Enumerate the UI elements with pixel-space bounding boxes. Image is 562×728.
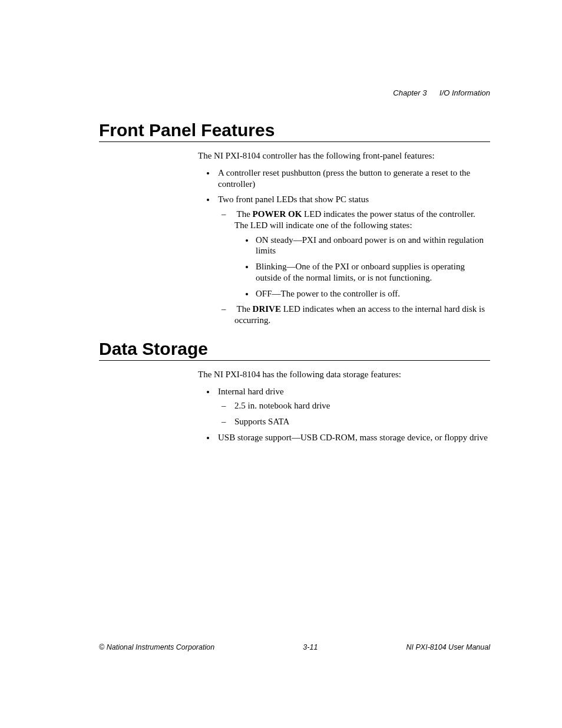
text-run: The <box>236 209 252 219</box>
section-data-storage: Data Storage The NI PXI-8104 has the fol… <box>99 339 490 443</box>
running-header: Chapter 3 I/O Information <box>393 88 490 97</box>
section-front-panel: Front Panel Features The NI PXI-8104 con… <box>99 120 490 326</box>
section-body: The NI PXI-8104 has the following data s… <box>198 369 490 443</box>
section-rule <box>99 141 490 142</box>
list-item: 2.5 in. notebook hard drive <box>234 400 490 411</box>
list-item: ON steady—PXI and onboard power is on an… <box>254 235 490 257</box>
list-item: Internal hard drive 2.5 in. notebook har… <box>216 386 490 427</box>
sub-list: 2.5 in. notebook hard drive Supports SAT… <box>218 400 490 427</box>
page-footer: © National Instruments Corporation 3-11 … <box>99 643 490 651</box>
list-item-text: Two front panel LEDs that show PC status <box>218 195 369 204</box>
list-item: Supports SATA <box>234 416 490 427</box>
list-item-text: Internal hard drive <box>218 387 284 396</box>
list-item: USB storage support—USB CD-ROM, mass sto… <box>216 432 490 443</box>
section-heading: Front Panel Features <box>99 120 490 140</box>
section-body: The NI PXI-8104 controller has the follo… <box>198 150 490 326</box>
list-item: Two front panel LEDs that show PC status… <box>216 194 490 326</box>
chapter-label: Chapter 3 <box>393 88 427 97</box>
list-item: OFF—The power to the controller is off. <box>254 288 490 299</box>
section-rule <box>99 360 490 361</box>
feature-list: A controller reset pushbutton (press the… <box>198 167 490 326</box>
text-run: The <box>236 304 252 314</box>
list-item: The POWER OK LED indicates the power sta… <box>234 209 490 299</box>
chapter-title: I/O Information <box>439 88 490 97</box>
list-item: The DRIVE LED indicates when an access t… <box>234 304 490 326</box>
bold-run: DRIVE <box>253 304 281 314</box>
section-heading: Data Storage <box>99 339 490 359</box>
feature-list: Internal hard drive 2.5 in. notebook har… <box>198 386 490 443</box>
state-list: ON steady—PXI and onboard power is on an… <box>234 235 490 299</box>
intro-text: The NI PXI-8104 controller has the follo… <box>198 150 490 162</box>
footer-right: NI PXI-8104 User Manual <box>406 643 490 651</box>
list-item: A controller reset pushbutton (press the… <box>216 167 490 190</box>
list-item: Blinking—One of the PXI or onboard suppl… <box>254 261 490 284</box>
intro-text: The NI PXI-8104 has the following data s… <box>198 369 490 380</box>
bold-run: POWER OK <box>253 209 302 219</box>
footer-left: © National Instruments Corporation <box>99 643 214 651</box>
page: Chapter 3 I/O Information Front Panel Fe… <box>0 0 562 728</box>
sub-list: The POWER OK LED indicates the power sta… <box>218 209 490 326</box>
footer-center: 3-11 <box>303 643 318 651</box>
